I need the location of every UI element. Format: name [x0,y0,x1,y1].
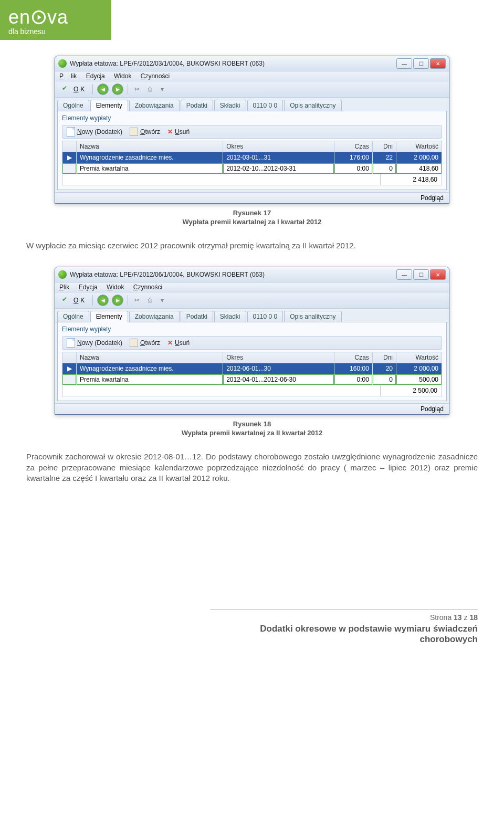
cell-nazwa: Wynagrodzenie zasadnicze mies. [77,363,223,374]
x-icon: ✕ [167,128,173,135]
elements-table: Nazwa Okres Czas Dni Wartość ▶ Wynagrodz… [62,352,442,385]
total-value: 2 500,00 [380,385,442,396]
tab-podatki[interactable]: Podatki [181,311,213,322]
delete-button[interactable]: ✕Usuń [167,128,190,135]
close-button[interactable]: ✕ [430,269,446,280]
table-row[interactable]: Premia kwartalna 2012-02-10...2012-03-31… [62,163,442,174]
dropdown-icon[interactable]: ▾ [158,85,167,94]
panel-toolbar: Nowy (Dodatek) Otwórz ✕Usuń [62,125,442,139]
print-icon[interactable]: ⎙ [145,85,154,94]
payroll-window-2: Wypłata etatowa: LPE/F/2012/06/1/0004, B… [55,267,449,415]
tools-icon[interactable]: ✂ [132,85,142,94]
menu-edycja[interactable]: Edycja [86,72,105,80]
menu-czynnosci[interactable]: Czynności [141,72,170,80]
figure-number: Rysunek 18 [26,420,478,428]
tools-icon[interactable]: ✂ [132,296,142,305]
tab-zobowiazania[interactable]: Zobowiązania [129,311,180,322]
table-row[interactable]: Premia kwartalna 2012-04-01...2012-06-30… [62,374,442,385]
nav-back-button[interactable]: ◄ [97,83,109,95]
tab-0110[interactable]: 0110 0 0 [247,100,284,111]
menu-widok[interactable]: Widok [114,72,131,80]
tab-skladki[interactable]: Składki [214,100,246,111]
col-marker[interactable] [62,352,77,363]
new-button[interactable]: Nowy (Dodatek) [67,127,122,136]
col-okres[interactable]: Okres [223,352,334,363]
statusbar: Podgląd [55,192,449,203]
titlebar[interactable]: Wypłata etatowa: LPE/F/2012/03/1/0004, B… [55,56,449,71]
tab-0110[interactable]: 0110 0 0 [247,311,284,322]
maximize-button[interactable]: ☐ [413,269,429,280]
elements-panel: Elementy wypłaty Nowy (Dodatek) Otwórz ✕… [57,322,447,401]
menu-czynnosci[interactable]: Czynności [133,284,162,291]
col-czas[interactable]: Czas [334,352,372,363]
app-icon [58,270,67,279]
cell-okres: 2012-03-01...31 [223,152,334,163]
new-button[interactable]: Nowy (Dodatek) [67,338,122,348]
ok-button[interactable]: ✔ OK [58,294,88,307]
total-row: 2 418,60 [62,174,442,185]
col-wartosc[interactable]: Wartość [396,352,442,363]
maximize-button[interactable]: ☐ [413,58,429,69]
group-label: Elementy wypłaty [62,114,442,122]
col-dni[interactable]: Dni [372,352,396,363]
col-okres[interactable]: Okres [223,141,334,152]
open-button[interactable]: Otwórz [130,128,160,136]
minimize-button[interactable]: — [396,58,412,69]
cell-dni: 20 [372,363,396,374]
cell-okres: 2012-04-01...2012-06-30 [223,374,334,385]
col-czas[interactable]: Czas [334,141,372,152]
nav-forward-button[interactable]: ► [112,295,123,306]
play-icon [31,9,47,25]
doc-icon [67,127,75,136]
print-icon[interactable]: ⎙ [145,296,154,305]
tab-elementy[interactable]: Elementy [90,311,128,322]
ok-button[interactable]: ✔ OK [58,83,88,96]
table-row[interactable]: ▶ Wynagrodzenie zasadnicze mies. 2012-03… [62,152,442,163]
nav-forward-button[interactable]: ► [112,83,123,95]
cell-wartosc: 2 000,00 [396,152,442,163]
col-marker[interactable] [62,141,77,152]
cell-okres: 2012-02-10...2012-03-31 [223,163,334,174]
cell-nazwa: Premia kwartalna [77,374,223,385]
cell-czas: 176:00 [334,152,372,163]
col-dni[interactable]: Dni [372,141,396,152]
page-number: Strona 13 z 18 [210,610,478,622]
row-marker [62,163,77,174]
col-wartosc[interactable]: Wartość [396,141,442,152]
tab-zobowiazania[interactable]: Zobowiązania [129,100,180,111]
menu-plik[interactable]: Plik [59,72,77,80]
delete-button[interactable]: ✕Usuń [167,339,190,346]
open-button[interactable]: Otwórz [130,339,160,347]
cell-czas: 160:00 [334,363,372,374]
cell-dni: 0 [372,374,396,385]
close-button[interactable]: ✕ [430,58,446,69]
group-label: Elementy wypłaty [62,326,442,333]
tab-ogolne[interactable]: Ogólne [57,311,89,322]
nav-back-button[interactable]: ◄ [97,295,109,306]
tab-skladki[interactable]: Składki [214,311,246,322]
tab-strip: Ogólne Elementy Zobowiązania Podatki Skł… [55,98,449,111]
tab-opis[interactable]: Opis analityczny [284,100,341,111]
check-icon: ✔ [62,85,71,94]
tab-opis[interactable]: Opis analityczny [284,311,341,322]
window-title: Wypłata etatowa: LPE/F/2012/03/1/0004, B… [70,60,396,67]
col-nazwa[interactable]: Nazwa [77,352,223,363]
payroll-window-1: Wypłata etatowa: LPE/F/2012/03/1/0004, B… [55,56,449,204]
menu-widok[interactable]: Widok [107,284,124,291]
doc-title: Dodatki okresowe w podstawie wymiaru świ… [0,624,478,645]
cell-nazwa: Premia kwartalna [77,163,223,174]
table-row[interactable]: ▶ Wynagrodzenie zasadnicze mies. 2012-06… [62,363,442,374]
tab-podatki[interactable]: Podatki [181,100,213,111]
titlebar[interactable]: Wypłata etatowa: LPE/F/2012/06/1/0004, B… [55,267,449,282]
preview-button[interactable]: Podgląd [421,405,444,413]
cell-wartosc: 418,60 [396,163,442,174]
minimize-button[interactable]: — [396,269,412,280]
menu-plik[interactable]: Plik [59,284,69,291]
menu-edycja[interactable]: Edycja [79,284,98,291]
tab-elementy[interactable]: Elementy [90,100,128,111]
tab-ogolne[interactable]: Ogólne [57,100,89,111]
dropdown-icon[interactable]: ▾ [158,296,167,305]
window-title: Wypłata etatowa: LPE/F/2012/06/1/0004, B… [70,271,396,278]
preview-button[interactable]: Podgląd [421,194,444,202]
col-nazwa[interactable]: Nazwa [77,141,223,152]
